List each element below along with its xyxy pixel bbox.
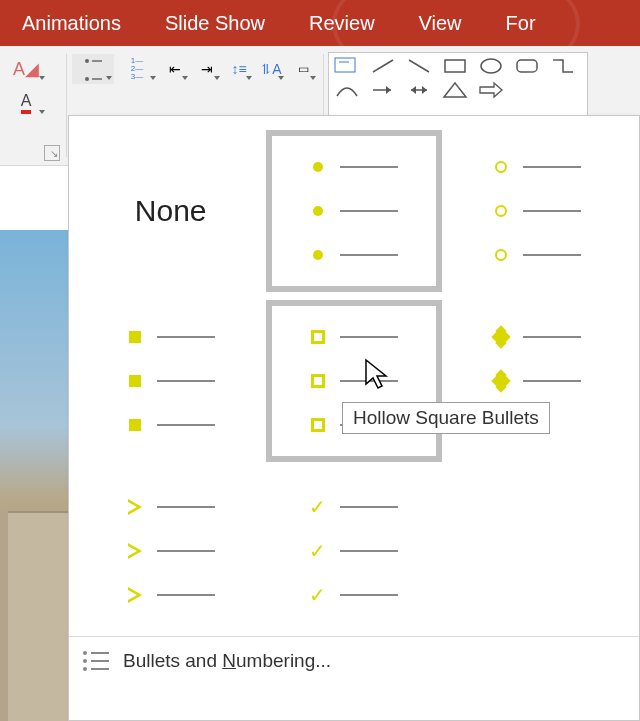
tab-review[interactable]: Review xyxy=(287,0,397,46)
text-direction-button[interactable]: ⥮A xyxy=(256,54,286,84)
clear-formatting-button[interactable]: A◢ xyxy=(5,54,47,84)
bullets-numbering-menuitem[interactable]: Bullets and Numbering... xyxy=(69,636,639,684)
shape-roundrect-icon[interactable] xyxy=(513,56,541,76)
align-text-button[interactable]: ▭ xyxy=(288,54,318,84)
svg-rect-4 xyxy=(445,60,465,72)
bullet-option-hollow-square[interactable] xyxy=(266,300,441,462)
tab-view[interactable]: View xyxy=(397,0,484,46)
decrease-indent-button[interactable]: ⇤ xyxy=(160,54,190,84)
tooltip: Hollow Square Bullets xyxy=(342,402,550,434)
shape-oval-icon[interactable] xyxy=(477,56,505,76)
numbering-icon: 1—2—3— xyxy=(131,57,143,81)
slide-thumbnail-strip xyxy=(0,230,68,721)
line-spacing-icon: ↕≡ xyxy=(231,61,246,77)
bullets-list-icon xyxy=(83,651,109,671)
align-icon: ▭ xyxy=(298,62,309,76)
bullet-option-hollow-ring[interactable] xyxy=(450,130,625,292)
shape-textbox-icon[interactable] xyxy=(333,56,361,76)
shape-dblarrow-icon[interactable] xyxy=(405,80,433,100)
svg-rect-0 xyxy=(335,58,355,72)
svg-rect-6 xyxy=(517,60,537,72)
svg-line-3 xyxy=(409,60,429,72)
shape-elbow-icon[interactable] xyxy=(549,56,577,76)
bullets-dropdown[interactable] xyxy=(72,54,114,84)
bullet-option-arrow[interactable] xyxy=(83,470,258,632)
bullet-option-empty xyxy=(450,470,625,632)
tab-animations[interactable]: Animations xyxy=(0,0,143,46)
tab-format[interactable]: For xyxy=(484,0,558,46)
bullets-icon xyxy=(85,51,102,87)
none-label: None xyxy=(135,194,207,228)
increase-indent-button[interactable]: ⇥ xyxy=(192,54,222,84)
eraser-icon: A◢ xyxy=(13,58,39,80)
svg-point-5 xyxy=(481,59,501,73)
cursor-icon xyxy=(364,358,392,392)
shape-curve-icon[interactable] xyxy=(333,80,361,100)
ribbon-separator xyxy=(66,54,67,157)
font-color-button[interactable]: A xyxy=(5,88,47,118)
shape-line-icon[interactable] xyxy=(369,56,397,76)
shape-rect-icon[interactable] xyxy=(441,56,469,76)
numbering-dropdown[interactable]: 1—2—3— xyxy=(116,54,158,84)
shape-triangle-icon[interactable] xyxy=(441,80,469,100)
bullet-option-four-diamond[interactable] xyxy=(450,300,625,462)
bullet-option-none[interactable]: None xyxy=(83,130,258,292)
font-color-icon: A xyxy=(21,92,32,114)
bullet-option-filled-dot[interactable] xyxy=(266,130,441,292)
shape-rightarrow-icon[interactable] xyxy=(477,80,505,100)
line-spacing-button[interactable]: ↕≡ xyxy=(224,54,254,84)
shape-arrow-icon[interactable] xyxy=(369,80,397,100)
svg-line-2 xyxy=(373,60,393,72)
bullets-numbering-label: Bullets and Numbering... xyxy=(123,650,331,672)
outdent-icon: ⇤ xyxy=(169,61,181,77)
text-direction-icon: ⥮A xyxy=(260,61,281,77)
ribbon-tabstrip: Animations Slide Show Review View For xyxy=(0,0,640,46)
indent-icon: ⇥ xyxy=(201,61,213,77)
bullet-option-checkmark[interactable]: ✓ ✓ ✓ xyxy=(266,470,441,632)
bullet-option-filled-square[interactable] xyxy=(83,300,258,462)
font-dialog-launcher[interactable] xyxy=(44,145,60,161)
tab-slideshow[interactable]: Slide Show xyxy=(143,0,287,46)
slide-image-detail xyxy=(8,511,68,721)
shape-line2-icon[interactable] xyxy=(405,56,433,76)
